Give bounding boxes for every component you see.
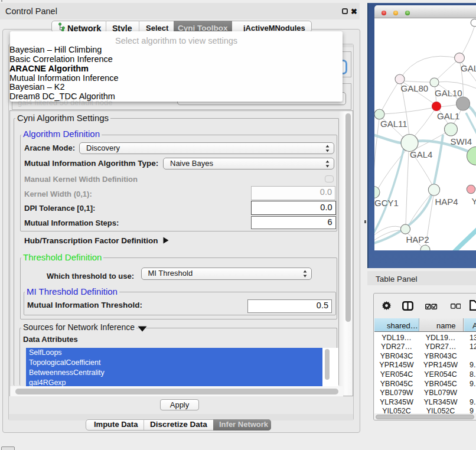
svg-text:GAL4: GAL4 [410,149,432,159]
svg-text:HAP4: HAP4 [435,197,458,207]
svg-text:GCY1: GCY1 [374,198,399,208]
svg-text:HAP2: HAP2 [406,234,429,244]
svg-text:GAL80: GAL80 [401,83,429,93]
svg-text:GAL11: GAL11 [380,119,407,129]
svg-text:SWI4: SWI4 [451,136,472,146]
svg-text:GAL7: GAL7 [461,63,476,73]
svg-text:GAL10: GAL10 [435,88,462,98]
svg-text:GAL1: GAL1 [437,111,459,121]
svg-text:Y: Y [472,196,476,206]
